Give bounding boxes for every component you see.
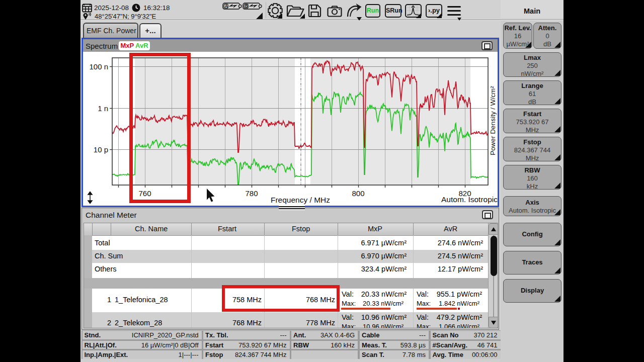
svg-text:100 n: 100 n	[89, 62, 108, 71]
svg-text:1 n: 1 n	[98, 104, 108, 113]
svg-text:A: A	[225, 4, 228, 9]
svg-text:800: 800	[352, 189, 364, 198]
svg-text:Power Density / W/cm²: Power Density / W/cm²	[489, 86, 497, 155]
svg-text:760: 760	[138, 189, 151, 198]
svg-text:780: 780	[245, 189, 258, 198]
svg-text:10 p: 10 p	[94, 145, 108, 154]
svg-text:Autom. Isotropic: Autom. Isotropic	[441, 195, 498, 204]
svg-text:Frequency / MHz: Frequency / MHz	[271, 196, 330, 204]
svg-text:B: B	[245, 4, 248, 9]
